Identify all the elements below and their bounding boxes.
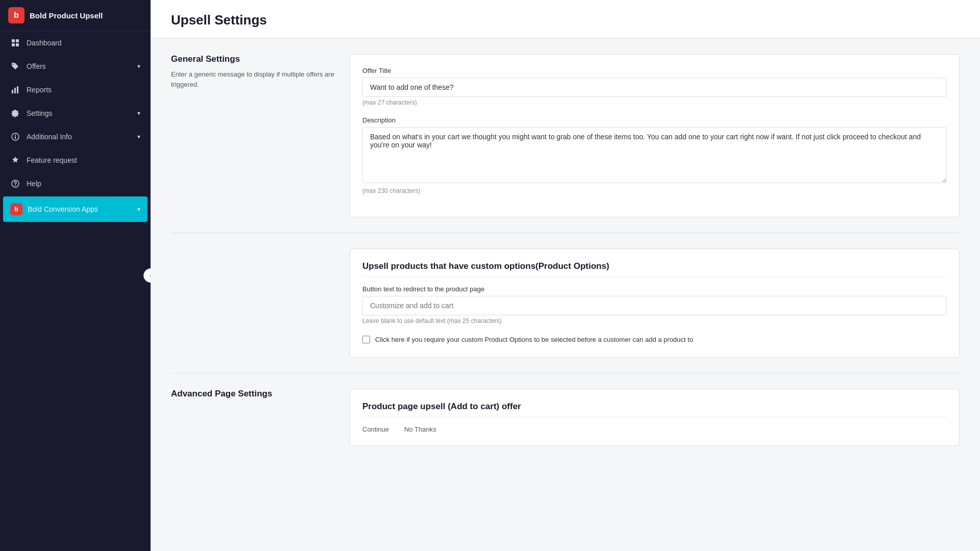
button-text-input[interactable] [362, 296, 947, 315]
main-content: Upsell Settings General Settings Enter a… [151, 0, 980, 551]
offer-title-label: Offer Title [362, 67, 947, 74]
sidebar-item-feature-request-label: Feature request [27, 156, 77, 164]
sidebar-item-additional-info-label: Additional Info [27, 133, 72, 141]
sidebar-header: b Bold Product Upsell [0, 0, 151, 31]
continue-no-thanks-row: Continue No Thanks [362, 425, 947, 433]
continue-value: Continue [362, 425, 389, 433]
svg-rect-8 [15, 136, 16, 139]
description-hint: (max 230 characters) [362, 187, 947, 194]
button-text-hint: Leave blank to use default text (max 25 … [362, 317, 947, 324]
sidebar-item-help[interactable]: Help [0, 172, 151, 195]
svg-rect-3 [16, 43, 19, 46]
upsell-custom-section: Upsell products that have custom options… [171, 248, 960, 358]
upsell-custom-content: Upsell products that have custom options… [350, 248, 960, 358]
product-options-checkbox[interactable] [362, 336, 370, 343]
sidebar: b Bold Product Upsell Dashboard Offers ▾… [0, 0, 151, 551]
grid-icon [10, 38, 20, 48]
sidebar-item-additional-info[interactable]: Additional Info ▾ [0, 125, 151, 148]
svg-rect-4 [12, 90, 13, 93]
tag-icon [10, 61, 20, 71]
general-settings-description: Enter a generic message to display if mu… [171, 69, 334, 89]
advanced-settings-title: Advanced Page Settings [171, 389, 334, 399]
sidebar-item-dashboard-label: Dashboard [27, 39, 62, 47]
general-settings-label: General Settings Enter a generic message… [171, 54, 334, 217]
chevron-down-icon: ▾ [137, 63, 140, 70]
sidebar-item-reports[interactable]: Reports [0, 78, 151, 102]
no-thanks-value: No Thanks [404, 425, 436, 433]
sidebar-item-feature-request[interactable]: Feature request [0, 148, 151, 172]
sidebar-item-help-label: Help [27, 180, 41, 188]
page-title: Upsell Settings [171, 12, 960, 28]
product-options-checkbox-label: Click here if you require your custom Pr… [375, 335, 693, 345]
upsell-custom-label [171, 248, 334, 358]
button-text-label: Button text to redirect to the product p… [362, 285, 947, 293]
product-page-upsell-title: Product page upsell (Add to cart) offer [362, 402, 947, 417]
sidebar-item-settings[interactable]: Settings ▾ [0, 102, 151, 125]
chevron-down-icon-info: ▾ [137, 133, 140, 140]
general-settings-section: General Settings Enter a generic message… [171, 54, 960, 217]
svg-rect-2 [12, 43, 15, 46]
app-title: Bold Product Upsell [30, 11, 103, 20]
section-divider-1 [171, 233, 960, 233]
upsell-custom-title: Upsell products that have custom options… [362, 261, 947, 277]
chevron-down-icon-settings: ▾ [137, 110, 140, 117]
chevron-down-icon-bold: ▾ [137, 206, 140, 213]
sidebar-item-offers[interactable]: Offers ▾ [0, 55, 151, 78]
offer-title-group: Offer Title (max 27 characters) [362, 67, 947, 106]
sidebar-item-settings-label: Settings [27, 109, 53, 117]
page-header: Upsell Settings [151, 0, 980, 39]
sidebar-nav: Dashboard Offers ▾ Reports Settings ▾ [0, 31, 151, 223]
sidebar-item-reports-label: Reports [27, 86, 52, 94]
sidebar-item-bold-conversion-apps[interactable]: b Bold Conversion Apps ▾ [3, 196, 148, 222]
sidebar-item-offers-label: Offers [27, 62, 46, 70]
advanced-settings-label: Advanced Page Settings [171, 389, 334, 446]
svg-rect-0 [12, 39, 15, 42]
app-logo: b [8, 7, 24, 23]
question-icon [10, 179, 20, 189]
advanced-settings-section: Advanced Page Settings Product page upse… [171, 389, 960, 446]
general-settings-title: General Settings [171, 54, 334, 64]
gear-icon [10, 108, 20, 118]
svg-rect-5 [14, 88, 16, 93]
description-label: Description [362, 116, 947, 124]
sidebar-item-dashboard[interactable]: Dashboard [0, 31, 151, 55]
svg-rect-11 [15, 185, 16, 186]
bar-chart-icon [10, 85, 20, 95]
star-icon [10, 155, 20, 165]
general-settings-content: Offer Title (max 27 characters) Descript… [350, 54, 960, 217]
svg-rect-9 [15, 135, 16, 136]
offer-title-input[interactable] [362, 78, 947, 97]
sidebar-item-bold-conversion-apps-label: Bold Conversion Apps [28, 205, 98, 213]
offer-title-hint: (max 27 characters) [362, 99, 947, 106]
svg-rect-1 [16, 39, 19, 42]
info-icon [10, 132, 20, 142]
section-divider-2 [171, 373, 960, 373]
button-text-group: Button text to redirect to the product p… [362, 285, 947, 324]
bold-conversion-logo: b [10, 203, 22, 215]
content-area: General Settings Enter a generic message… [151, 39, 980, 477]
svg-rect-6 [17, 86, 18, 93]
sidebar-collapse-button[interactable]: ‹ [143, 268, 151, 283]
advanced-settings-content: Product page upsell (Add to cart) offer … [350, 389, 960, 446]
description-textarea[interactable] [362, 127, 947, 183]
product-options-checkbox-row: Click here if you require your custom Pr… [362, 335, 947, 345]
description-group: Description (max 230 characters) [362, 116, 947, 194]
